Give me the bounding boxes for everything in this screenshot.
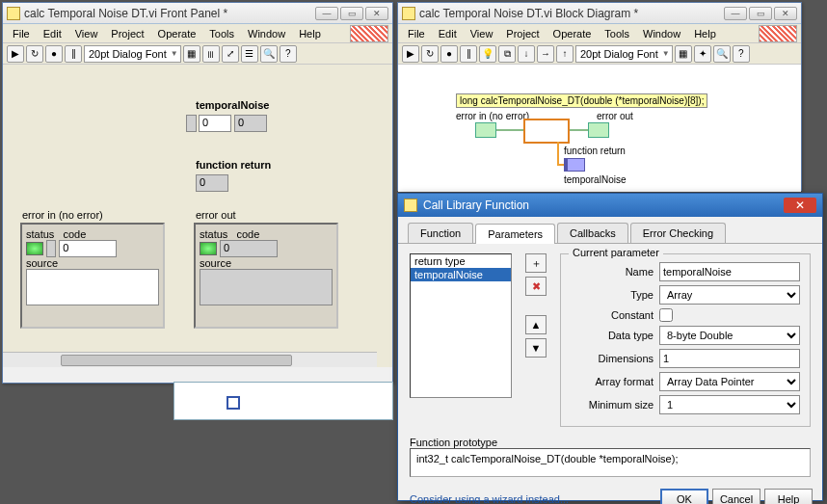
resize-button[interactable]: ⤢ [222, 45, 239, 63]
menu-project[interactable]: Project [500, 26, 545, 41]
menu-help[interactable]: Help [293, 26, 327, 41]
type-select[interactable]: Array [659, 285, 800, 305]
minimize-button[interactable]: — [315, 7, 338, 20]
front-panel-titlebar[interactable]: calc Temporal Noise DT.vi Front Panel * … [3, 3, 392, 24]
data-type-select[interactable]: 8-byte Double [659, 326, 800, 345]
name-input[interactable] [659, 262, 800, 281]
menu-operate[interactable]: Operate [547, 26, 598, 41]
horizontal-scrollbar[interactable] [3, 352, 377, 367]
temporal-noise-index-value[interactable]: 0 [199, 115, 231, 132]
move-up-button[interactable]: ▲ [525, 315, 547, 334]
return-wire[interactable] [557, 142, 559, 164]
function-return-terminal[interactable] [564, 158, 585, 172]
menu-file[interactable]: File [7, 26, 36, 41]
menu-file[interactable]: File [402, 26, 431, 41]
align-button[interactable]: ▦ [675, 45, 692, 63]
clean-button[interactable]: ✦ [694, 45, 711, 63]
menu-window[interactable]: Window [242, 26, 291, 41]
param-temporal-noise[interactable]: temporalNoise [411, 268, 511, 281]
tab-strip: Function Parameters Callbacks Error Chec… [398, 217, 822, 244]
step-out-button[interactable]: ↑ [556, 45, 574, 63]
help-button[interactable]: ? [733, 45, 750, 63]
font-select[interactable]: 20pt Dialog Font [84, 45, 181, 63]
temporal-noise-index[interactable]: 0 [186, 115, 231, 132]
tab-parameters[interactable]: Parameters [475, 224, 555, 244]
block-diagram-canvas[interactable]: long calcTemporalNoise_DT(double (*tempo… [398, 65, 801, 192]
min-size-select[interactable]: 1 [659, 395, 800, 414]
pause-button[interactable]: ‖ [460, 45, 477, 63]
error-wire-in[interactable] [496, 129, 523, 131]
menu-help[interactable]: Help [688, 26, 722, 41]
cancel-button[interactable]: Cancel [712, 489, 760, 504]
dialog-title: Call Library Function [423, 199, 529, 212]
error-in-source-field[interactable] [26, 269, 159, 305]
code-spinner[interactable] [46, 240, 56, 257]
error-in-code-field[interactable]: 0 [59, 240, 117, 257]
move-down-button[interactable]: ▼ [525, 338, 547, 358]
parameter-list[interactable]: return type temporalNoise [410, 253, 512, 398]
menu-window[interactable]: Window [637, 26, 686, 41]
error-wire-out[interactable] [570, 129, 588, 131]
call-library-dialog: Call Library Function ✕ Function Paramet… [397, 193, 823, 501]
menu-view[interactable]: View [465, 26, 499, 41]
run-cont-button[interactable]: ↻ [26, 45, 43, 63]
pause-button[interactable]: ‖ [65, 45, 82, 63]
menu-tools[interactable]: Tools [203, 26, 240, 41]
error-out-terminal[interactable] [588, 122, 609, 138]
reorder-button[interactable]: ☰ [241, 45, 258, 63]
dialog-close-button[interactable]: ✕ [784, 198, 816, 213]
error-out-code-field: 0 [220, 240, 278, 257]
error-out-status-led [200, 242, 217, 255]
block-diagram-titlebar[interactable]: calc Temporal Noise DT.vi Block Diagram … [398, 3, 801, 24]
run-button[interactable]: ▶ [402, 45, 419, 63]
array-format-select[interactable]: Array Data Pointer [659, 372, 800, 391]
error-in-terminal[interactable] [475, 122, 496, 138]
dialog-titlebar[interactable]: Call Library Function ✕ [398, 194, 822, 217]
menu-operate[interactable]: Operate [152, 26, 202, 41]
retain-wire-button[interactable]: ⧉ [498, 45, 516, 63]
font-select[interactable]: 20pt Dialog Font [575, 45, 673, 63]
front-panel-canvas[interactable]: temporalNoise 0 0 function return 0 erro… [3, 65, 392, 367]
run-cont-button[interactable]: ↻ [421, 45, 439, 63]
add-param-button[interactable]: ＋ [525, 253, 547, 273]
minimize-button[interactable]: — [724, 7, 747, 20]
vi-icon[interactable] [350, 25, 388, 42]
call-library-node[interactable] [523, 119, 570, 144]
spinner-icon[interactable] [186, 115, 197, 132]
delete-param-button[interactable]: ✖ [525, 277, 547, 296]
return-wire-h[interactable] [557, 164, 564, 166]
dimensions-input[interactable] [659, 349, 800, 368]
align-button[interactable]: ▦ [183, 45, 200, 63]
menu-edit[interactable]: Edit [433, 26, 463, 41]
menu-project[interactable]: Project [105, 26, 149, 41]
distribute-button[interactable]: ⫼ [202, 45, 220, 63]
run-button[interactable]: ▶ [7, 45, 24, 63]
restore-button[interactable]: ▭ [749, 7, 772, 20]
wizard-link[interactable]: Consider using a wizard instead... [410, 493, 569, 504]
error-in-status-led[interactable] [26, 242, 43, 255]
highlight-button[interactable]: 💡 [479, 45, 496, 63]
vi-icon[interactable] [759, 25, 797, 42]
error-in-cluster[interactable]: status code 0 source [20, 223, 165, 329]
tab-function[interactable]: Function [408, 223, 473, 243]
tab-callbacks[interactable]: Callbacks [557, 223, 628, 243]
search-button[interactable]: 🔍 [260, 45, 278, 63]
step-over-button[interactable]: → [537, 45, 554, 63]
tab-error-checking[interactable]: Error Checking [630, 223, 726, 243]
abort-button[interactable]: ● [45, 45, 63, 63]
abort-button[interactable]: ● [440, 45, 458, 63]
ok-button[interactable]: OK [660, 489, 708, 504]
search-button[interactable]: 🔍 [713, 45, 731, 63]
status-label-out: status [200, 228, 227, 240]
help-button[interactable]: ? [280, 45, 297, 63]
param-return-type[interactable]: return type [411, 254, 511, 268]
menu-view[interactable]: View [69, 26, 104, 41]
constant-checkbox[interactable] [659, 308, 673, 322]
menu-tools[interactable]: Tools [599, 26, 635, 41]
restore-button[interactable]: ▭ [340, 7, 363, 20]
help-button[interactable]: Help [764, 489, 813, 504]
close-button[interactable]: ✕ [774, 7, 797, 20]
close-button[interactable]: ✕ [365, 7, 388, 20]
menu-edit[interactable]: Edit [38, 26, 67, 41]
step-into-button[interactable]: ↓ [518, 45, 535, 63]
